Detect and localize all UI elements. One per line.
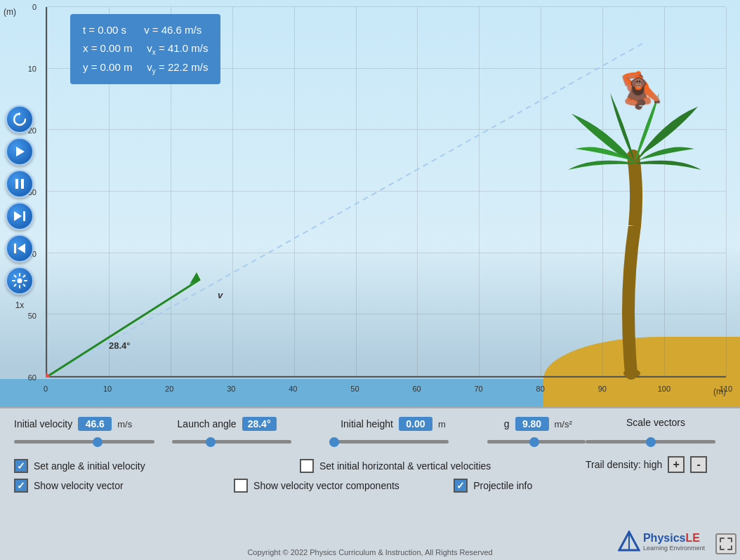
info-row-3: y = 0.00 m vy = 22.2 m/s — [83, 58, 208, 77]
set-angle-velocity-checkbox[interactable] — [14, 459, 28, 473]
show-velocity-components-checkbox[interactable] — [234, 479, 248, 493]
show-velocity-components-label: Show velocity vector components — [253, 480, 399, 491]
svg-point-9 — [18, 279, 22, 284]
show-velocity-components-group: Show velocity vector components — [234, 479, 454, 493]
x-axis-label-80: 80 — [536, 385, 545, 393]
svg-marker-7 — [18, 244, 25, 253]
fullscreen-button[interactable] — [715, 533, 736, 554]
initial-height-group: Initial height 0.00 m — [341, 417, 504, 431]
y-axis-label-60: 60 — [28, 373, 37, 382]
physics-text: Physics — [643, 532, 685, 544]
monkey: 🦧 — [619, 70, 663, 111]
settings-button[interactable] — [6, 267, 34, 295]
y-axis-label-50: 50 — [28, 312, 37, 320]
right-controls: Scale vectors Trail density: high + - — [586, 417, 726, 473]
trail-row: Trail density: high + - — [586, 456, 726, 473]
pause-button[interactable] — [6, 170, 34, 198]
x-axis-label-60: 60 — [412, 385, 421, 393]
learning-env-text: Learning Environment — [643, 545, 705, 552]
trail-density-label: Trail density: high — [586, 459, 662, 470]
projectile-info-group: Projectile info — [454, 479, 586, 493]
speed-label: 1x — [6, 300, 34, 310]
x-axis-label-0: 0 — [44, 385, 48, 393]
initial-velocity-group: Initial velocity 46.6 m/s — [14, 417, 178, 431]
x-axis-label-70: 70 — [475, 385, 483, 393]
info-row-1: t = 0.00 s v = 46.6 m/s — [83, 21, 208, 39]
velocity-label: v — [218, 290, 223, 300]
info-row-2: x = 0.00 m vx = 41.0 m/s — [83, 39, 208, 58]
info-v: v = 46.6 m/s — [144, 24, 201, 36]
svg-marker-5 — [14, 211, 22, 221]
show-velocity-vector-group: Show velocity vector — [14, 479, 234, 493]
initial-height-value: 0.00 — [399, 417, 432, 431]
set-angle-velocity-label: Set angle & initial velocity — [34, 460, 145, 472]
svg-point-0 — [623, 369, 640, 378]
initial-height-slider[interactable] — [329, 440, 449, 444]
y-axis-unit: (m) — [4, 7, 16, 17]
info-x: x = 0.00 m — [83, 42, 132, 54]
step-back-button[interactable] — [6, 234, 34, 262]
set-horizontal-vertical-label: Set initial horizontal & vertical veloci… — [319, 460, 491, 472]
angle-label: 28.4° — [109, 340, 131, 351]
initial-height-unit: m — [438, 419, 446, 429]
x-axis-label-50: 50 — [350, 385, 359, 393]
y-axis-label-10: 10 — [28, 65, 37, 73]
svg-marker-2 — [16, 147, 25, 156]
svg-rect-6 — [23, 211, 25, 221]
x-axis-label-90: 90 — [598, 385, 607, 393]
x-axis-label-10: 10 — [103, 385, 112, 393]
set-horizontal-vertical-group: Set initial horizontal & vertical veloci… — [300, 459, 586, 473]
g-unit: m/s² — [555, 419, 572, 429]
g-value: 9.80 — [515, 417, 549, 431]
projectile-info-label: Projectile info — [473, 480, 532, 491]
checkboxes-row-2: Show velocity vector Show velocity vecto… — [0, 473, 740, 493]
x-axis: (m) 0102030405060708090100110 — [46, 378, 726, 407]
x-axis-label-30: 30 — [227, 385, 235, 393]
x-axis-label-100: 100 — [658, 385, 670, 393]
info-t: t = 0.00 s — [83, 24, 126, 36]
reset-button[interactable] — [6, 105, 34, 133]
x-axis-label-40: 40 — [289, 385, 297, 393]
palm-tree — [564, 86, 705, 380]
show-velocity-vector-label: Show velocity vector — [34, 480, 124, 491]
g-slider[interactable] — [487, 440, 586, 444]
initial-height-label: Initial height — [341, 418, 393, 429]
initial-velocity-unit: m/s — [117, 419, 132, 429]
launch-angle-label: Launch angle — [178, 418, 237, 429]
svg-marker-1 — [18, 112, 20, 116]
info-box: t = 0.00 s v = 46.6 m/s x = 0.00 m vx = … — [70, 14, 220, 84]
launch-angle-group: Launch angle 28.4° — [178, 417, 341, 431]
le-text: LE — [685, 532, 699, 544]
simulation-area: 🦧 (m) 6050403020100 (m) 0102030405060708… — [0, 0, 740, 407]
physics-logo: PhysicsLE Learning Environment — [618, 531, 705, 553]
trail-plus-button[interactable]: + — [668, 456, 685, 473]
x-axis-label-110: 110 — [720, 385, 732, 393]
svg-rect-3 — [15, 179, 18, 189]
trail-minus-button[interactable]: - — [690, 456, 707, 473]
bottom-panel: Initial velocity 46.6 m/s Launch angle 2… — [0, 407, 740, 560]
play-button[interactable] — [6, 138, 34, 166]
initial-velocity-value: 46.6 — [78, 417, 112, 431]
info-y: y = 0.00 m — [83, 61, 132, 73]
scale-vectors-slider[interactable] — [586, 440, 715, 444]
step-forward-button[interactable] — [6, 202, 34, 230]
set-angle-velocity-group: Set angle & initial velocity — [14, 459, 300, 473]
launch-angle-value: 28.4° — [242, 417, 277, 431]
g-label: g — [504, 418, 510, 429]
initial-velocity-slider[interactable] — [14, 440, 154, 444]
svg-rect-4 — [21, 179, 24, 189]
launch-angle-slider[interactable] — [172, 440, 291, 444]
svg-rect-8 — [14, 244, 16, 253]
projectile-info-checkbox[interactable] — [454, 479, 468, 493]
y-axis-label-0: 0 — [32, 3, 37, 11]
scale-vectors-label: Scale vectors — [586, 417, 726, 428]
controls-panel: 1x — [6, 105, 34, 310]
x-axis-label-20: 20 — [165, 385, 173, 393]
initial-velocity-label: Initial velocity — [14, 418, 72, 429]
show-velocity-vector-checkbox[interactable] — [14, 479, 28, 493]
g-group: g 9.80 m/s² — [504, 417, 586, 431]
set-horizontal-vertical-checkbox[interactable] — [300, 459, 314, 473]
copyright-text: Copyright © 2022 Physics Curriculum & In… — [247, 548, 492, 556]
